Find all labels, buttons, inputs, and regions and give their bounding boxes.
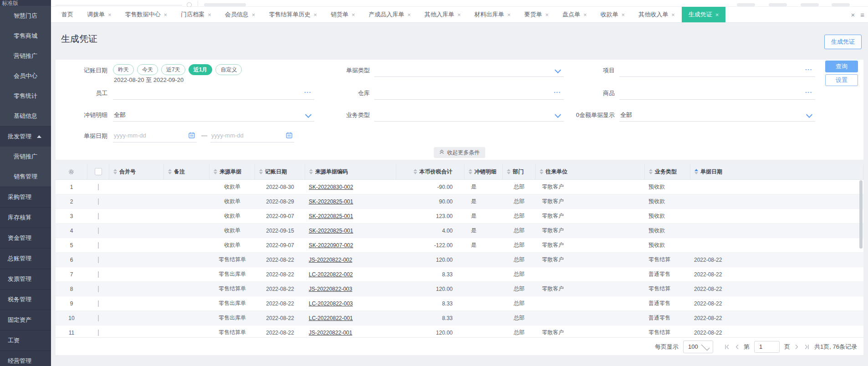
calendar-icon[interactable] [286,132,292,140]
row-checkbox[interactable] [98,257,99,263]
sidebar-item-6[interactable]: 批发管理 [0,126,51,147]
sort-icon[interactable] [507,169,511,174]
sidebar-item-9[interactable]: 采购管理 [0,187,51,207]
tab-close-icon[interactable]: × [252,12,255,18]
date-preset-pill-4[interactable]: 自定义 [215,64,242,75]
source-doc-link[interactable]: SK-20220825-001 [309,198,353,205]
tab-1[interactable]: 调拨单× [80,7,118,22]
sidebar-item-10[interactable]: 库存核算 [0,207,51,228]
tab-9[interactable]: 材料出库单× [468,7,518,22]
column-header-9[interactable]: 业务类型 [645,164,690,179]
project-field[interactable]: ··· [619,64,815,77]
picker-ellipsis-icon[interactable]: ··· [805,66,812,73]
tab-10[interactable]: 要货单× [517,7,556,22]
topbar-right-fragment-4[interactable] [832,3,850,6]
row-checkbox[interactable] [98,271,99,278]
tab-4[interactable]: 会员信息× [218,7,262,22]
sidebar-item-16[interactable]: 工资 [0,330,51,351]
column-settings-gear[interactable] [56,164,87,179]
last-page-button[interactable] [804,344,810,350]
collapse-more-filters[interactable]: 收起更多条件 [434,147,485,158]
source-doc-link[interactable]: LC-20220822-002 [309,271,353,278]
sidebar-item-4[interactable]: 零售统计 [0,86,51,106]
tab-close-icon[interactable]: × [208,12,211,18]
column-header-2[interactable]: 来源单据 [209,164,255,179]
row-checkbox[interactable] [98,315,99,321]
tab-13[interactable]: 其他收入单× [632,7,682,22]
column-header-3[interactable]: 记账日期 [255,164,305,179]
tab-2[interactable]: 零售数据中心× [118,7,174,22]
sort-icon[interactable] [214,169,217,174]
source-doc-link[interactable]: SK-20220825-001 [309,213,353,219]
tab-close-icon[interactable]: × [313,12,317,18]
topbar-right-fragment-2[interactable] [769,3,787,6]
sidebar-item-7[interactable]: 营销推广 [0,147,51,167]
tab-close-icon[interactable]: × [408,12,411,18]
tab-close-icon[interactable]: × [583,12,587,18]
column-header-10[interactable]: 单据日期 [690,164,863,179]
tab-list-icon[interactable]: ≡ [860,11,864,19]
tab-close-icon[interactable]: × [457,12,461,18]
sort-icon[interactable] [540,169,543,174]
doc-date-end-input[interactable] [210,130,280,139]
sort-icon[interactable] [168,169,172,174]
sort-icon[interactable] [259,169,263,174]
sidebar-item-2[interactable]: 营销推广 [0,46,51,66]
doc-date-start-input[interactable] [113,130,182,139]
next-page-button[interactable] [795,344,799,350]
row-checkbox[interactable] [98,184,99,190]
tab-3[interactable]: 门店档案× [174,7,218,22]
sort-icon[interactable] [414,169,417,174]
vertical-scrollbar[interactable] [859,180,863,249]
row-checkbox[interactable] [98,330,99,336]
source-doc-link[interactable]: JS-20220822-001 [309,330,352,336]
generate-voucher-button[interactable]: 生成凭证 [824,35,862,49]
column-header-4[interactable]: 来源单据编码 [305,164,396,179]
select-all-checkbox[interactable] [95,168,102,175]
employee-field[interactable]: ··· [113,87,314,100]
tab-14[interactable]: 生成凭证× [682,7,726,22]
source-doc-link[interactable]: JS-20220822-003 [309,286,352,292]
sidebar-item-13[interactable]: 发票管理 [0,269,51,289]
row-checkbox[interactable] [98,242,99,249]
sort-icon[interactable] [694,169,698,174]
source-doc-link[interactable]: SK-20220830-002 [309,184,353,190]
source-doc-link[interactable]: LC-20220822-001 [309,315,353,321]
tab-6[interactable]: 销货单× [324,7,362,22]
column-header-8[interactable]: 往来单位 [536,164,645,179]
chevron-down-icon[interactable] [806,112,812,118]
sort-icon[interactable] [469,169,472,174]
date-preset-pill-0[interactable]: 昨天 [113,64,134,75]
column-header-6[interactable]: 冲销明细 [465,164,503,179]
sidebar-item-11[interactable]: 资金管理 [0,228,51,248]
row-checkbox[interactable] [98,228,99,234]
row-checkbox[interactable] [98,286,99,292]
write-off-field[interactable]: 全部 [113,109,314,122]
sidebar-item-17[interactable]: 经营管理 [0,351,51,366]
tab-close-icon[interactable]: × [164,12,168,18]
row-checkbox[interactable] [98,300,99,307]
sort-icon[interactable] [309,169,313,174]
date-preset-pill-1[interactable]: 今天 [137,64,158,75]
close-all-tabs-icon[interactable]: × [851,11,855,19]
tab-close-icon[interactable]: × [108,12,112,18]
topbar-menu-fragment[interactable] [204,3,246,6]
tab-close-icon[interactable]: × [622,12,625,18]
tab-close-icon[interactable]: × [545,12,549,18]
first-page-button[interactable] [724,344,730,350]
tab-8[interactable]: 其他入库单× [418,7,468,22]
zero-amount-field[interactable]: 全部 [619,109,815,122]
sidebar-item-3[interactable]: 会员中心 [0,66,51,86]
date-preset-pill-3[interactable]: 近1月 [189,64,213,75]
source-doc-link[interactable]: LC-20220822-003 [309,300,353,307]
topbar-right-fragment-1[interactable] [737,3,755,6]
tab-11[interactable]: 盘点单× [556,7,594,22]
source-doc-link[interactable]: SK-20220907-002 [309,242,353,249]
tab-12[interactable]: 收款单× [594,7,632,22]
sidebar-item-0[interactable]: 智慧门店 [0,6,51,26]
sort-icon[interactable] [649,169,653,174]
tab-0[interactable]: 首页 [55,7,80,22]
column-header-1[interactable]: 备注 [164,164,209,179]
warehouse-field[interactable]: ··· [374,87,564,100]
page-size-select[interactable]: 100 [683,341,713,353]
